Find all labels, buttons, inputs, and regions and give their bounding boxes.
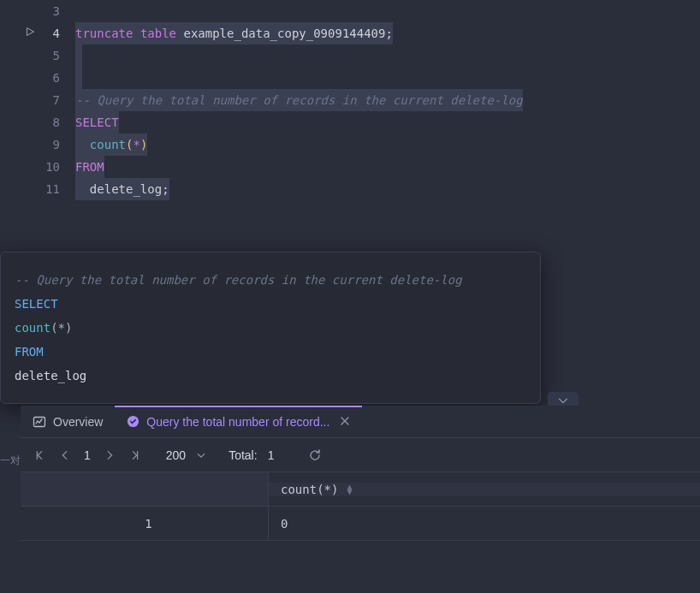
tab-query-label: Query the total number of record... xyxy=(146,415,329,429)
next-page-button[interactable] xyxy=(99,445,120,466)
line-number: 6 xyxy=(53,67,60,89)
code-line[interactable]: 8SELECT xyxy=(0,111,700,133)
tab-query-result[interactable]: Query the total number of record... xyxy=(115,406,362,437)
refresh-button[interactable] xyxy=(305,445,325,466)
code-line[interactable]: 3 xyxy=(0,0,700,22)
tooltip-line: delete_log xyxy=(15,364,526,388)
overview-icon xyxy=(33,415,46,429)
tooltip-line: -- Query the total number of records in … xyxy=(15,268,526,292)
line-number: 4 xyxy=(53,22,60,44)
prev-page-button[interactable] xyxy=(55,445,75,466)
run-icon[interactable] xyxy=(24,22,36,44)
code-content[interactable]: -- Query the total number of records in … xyxy=(75,89,523,111)
code-line[interactable]: 4truncate table example_data_copy_090914… xyxy=(0,22,700,44)
tab-overview-label: Overview xyxy=(53,415,103,429)
code-line[interactable]: 5 xyxy=(0,44,700,67)
code-line[interactable]: 11 delete_log; xyxy=(0,178,700,200)
line-number: 9 xyxy=(53,133,60,156)
tab-overview[interactable]: Overview xyxy=(21,406,115,437)
close-icon[interactable] xyxy=(340,415,350,429)
total-value: 1 xyxy=(264,448,278,462)
row-index-header xyxy=(21,472,269,506)
success-icon xyxy=(127,415,139,428)
table-header-row: count(*) ▲▼ xyxy=(21,472,700,507)
line-number: 3 xyxy=(53,0,60,22)
first-page-button[interactable] xyxy=(29,445,50,466)
line-number: 8 xyxy=(53,111,60,133)
line-number: 5 xyxy=(53,44,60,67)
code-editor[interactable]: 34truncate table example_data_copy_09091… xyxy=(0,0,700,200)
code-content[interactable]: FROM xyxy=(75,156,104,178)
code-line[interactable]: 10FROM xyxy=(0,156,700,178)
code-content[interactable]: count(*) xyxy=(75,133,147,156)
result-table: count(*) ▲▼ 10 xyxy=(21,472,700,541)
total-label: Total: xyxy=(225,448,260,462)
code-line[interactable]: 7-- Query the total number of records in… xyxy=(0,89,700,111)
code-content[interactable] xyxy=(75,44,82,67)
tooltip-line: SELECT xyxy=(15,292,526,316)
code-content[interactable] xyxy=(75,67,82,89)
chevron-down-icon[interactable] xyxy=(194,445,208,466)
code-content[interactable]: truncate table example_data_copy_0909144… xyxy=(75,22,393,44)
tooltip-line: FROM xyxy=(15,340,526,364)
code-content[interactable]: delete_log; xyxy=(75,178,169,200)
query-preview-tooltip: -- Query the total number of records in … xyxy=(0,252,541,404)
table-row[interactable]: 10 xyxy=(21,507,700,541)
line-number: 11 xyxy=(45,178,60,200)
last-page-button[interactable] xyxy=(125,445,145,466)
column-header[interactable]: count(*) ▲▼ xyxy=(269,483,700,496)
side-label: 一对 xyxy=(0,454,21,468)
line-number: 7 xyxy=(53,89,60,111)
results-panel: Overview Query the total number of recor… xyxy=(21,406,700,593)
result-tabs: Overview Query the total number of recor… xyxy=(21,406,700,438)
row-cell: 0 xyxy=(269,517,700,531)
code-line[interactable]: 9 count(*) xyxy=(0,133,700,156)
column-header-label: count(*) xyxy=(281,483,338,496)
page-limit[interactable]: 200 xyxy=(163,448,189,462)
sort-icon[interactable]: ▲▼ xyxy=(347,484,352,495)
code-content[interactable]: SELECT xyxy=(75,111,119,133)
result-pager: 1 200 Total: 1 xyxy=(21,438,700,472)
code-line[interactable]: 6 xyxy=(0,67,700,89)
tooltip-line: count(*) xyxy=(15,316,526,340)
row-index: 1 xyxy=(21,507,269,540)
line-number: 10 xyxy=(45,156,60,178)
current-page: 1 xyxy=(80,448,94,462)
